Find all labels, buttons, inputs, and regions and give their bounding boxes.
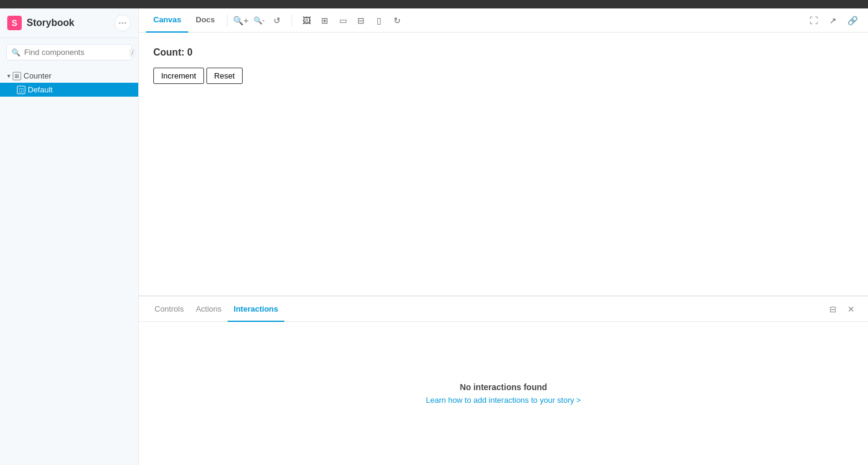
sidebar-tree: ▾ ⊞ Counter ◫ Default (0, 66, 138, 465)
toolbar-right: ⛶ ↗ 🔗 (805, 12, 861, 29)
tab-controls[interactable]: Controls (148, 297, 190, 322)
canvas-area: Count: 0 Increment Reset (139, 33, 868, 296)
open-new-tab-button[interactable]: ↗ (825, 12, 841, 29)
main-area: Canvas Docs 🔍+ 🔍- ↺ 🖼 ⊞ ▭ ⊟ ▯ ↻ ⛶ ↗ 🔗 (139, 8, 868, 465)
toolbar-icons: 🔍+ 🔍- ↺ 🖼 ⊞ ▭ ⊟ ▯ ↻ (232, 12, 406, 29)
component-icon: ⊞ (13, 72, 21, 80)
story-icon: ◫ (17, 86, 25, 94)
story-label: Default (28, 85, 53, 94)
panel-tab-right: ⊟ ✕ (826, 302, 858, 316)
grid-button[interactable]: ⊞ (316, 12, 333, 29)
app-title: Storybook (27, 18, 74, 28)
background-button[interactable]: 🖼 (298, 12, 315, 29)
outline-button[interactable]: ▯ (371, 12, 388, 29)
close-panel-button[interactable]: ✕ (844, 302, 858, 316)
viewport-button[interactable]: ▭ (334, 12, 351, 29)
reset-button[interactable]: Reset (206, 68, 243, 84)
zoom-in-button[interactable]: 🔍+ (232, 12, 249, 29)
counter-buttons: Increment Reset (153, 68, 854, 84)
toolbar-divider (227, 14, 228, 27)
tab-actions[interactable]: Actions (190, 297, 228, 322)
search-bar[interactable]: 🔍 / (6, 44, 132, 60)
no-interactions-message: No interactions found (460, 382, 547, 392)
toolbar: Canvas Docs 🔍+ 🔍- ↺ 🖼 ⊞ ▭ ⊟ ▯ ↻ ⛶ ↗ 🔗 (139, 8, 868, 33)
split-view-button[interactable]: ⊟ (826, 302, 840, 316)
sidebar-logo: S Storybook (7, 16, 74, 30)
zoom-out-button[interactable]: 🔍- (251, 12, 267, 29)
measure-button[interactable]: ⊟ (353, 12, 369, 29)
search-input[interactable] (24, 48, 126, 57)
reload-button[interactable]: ↻ (389, 12, 406, 29)
bottom-panel: Controls Actions Interactions ⊟ ✕ No int… (139, 296, 868, 465)
increment-button[interactable]: Increment (153, 68, 204, 84)
toolbar-divider-2 (292, 14, 292, 27)
tab-interactions[interactable]: Interactions (228, 297, 284, 322)
panel-content: No interactions found Learn how to add i… (139, 322, 868, 465)
component-label: Counter (24, 71, 51, 80)
learn-interactions-link[interactable]: Learn how to add interactions to your st… (426, 396, 581, 405)
sidebar-header: S Storybook ··· (0, 8, 138, 38)
panel-tabs: Controls Actions Interactions ⊟ ✕ (139, 297, 868, 322)
search-shortcut: / (129, 48, 136, 57)
sidebar-menu-button[interactable]: ··· (114, 14, 131, 31)
app-shell: S Storybook ··· 🔍 / ▾ ⊞ Counter ◫ Defaul… (0, 8, 868, 465)
top-bar (0, 0, 868, 8)
search-icon: 🔍 (11, 48, 21, 57)
sidebar-item-default[interactable]: ◫ Default (0, 83, 138, 97)
fullscreen-button[interactable]: ⛶ (805, 12, 822, 29)
zoom-reset-button[interactable]: ↺ (269, 12, 286, 29)
copy-link-button[interactable]: 🔗 (844, 12, 861, 29)
toolbar-tabs: Canvas Docs (146, 8, 222, 33)
sidebar: S Storybook ··· 🔍 / ▾ ⊞ Counter ◫ Defaul… (0, 8, 139, 465)
chevron-down-icon: ▾ (7, 72, 10, 79)
storybook-logo-icon: S (7, 16, 22, 30)
tab-docs[interactable]: Docs (188, 8, 222, 33)
count-display: Count: 0 (153, 47, 854, 58)
sidebar-item-counter[interactable]: ▾ ⊞ Counter (0, 69, 138, 83)
tab-canvas[interactable]: Canvas (146, 8, 188, 33)
